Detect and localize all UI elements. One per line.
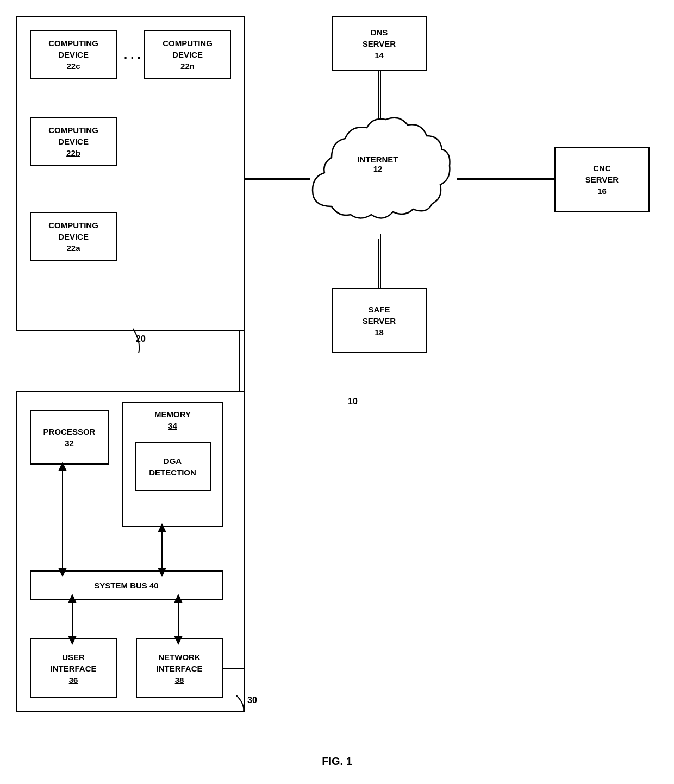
internet-cloud: INTERNET 12 xyxy=(302,109,454,239)
computing-22c-label: COMPUTINGDEVICE xyxy=(48,37,98,60)
computing-device-22c: COMPUTINGDEVICE 22c xyxy=(30,30,117,79)
system-bus-label: SYSTEM BUS 40 xyxy=(94,580,158,591)
internet-ref: 12 xyxy=(373,164,383,173)
system-10-label: 10 xyxy=(348,397,358,406)
computing-device-22b: COMPUTINGDEVICE 22b xyxy=(30,117,117,166)
group-20-label: 20 xyxy=(136,334,146,344)
computing-device-22a: COMPUTINGDEVICE 22a xyxy=(30,212,117,261)
computing-22b-ref: 22b xyxy=(66,147,80,159)
system-bus-box: SYSTEM BUS 40 xyxy=(30,570,223,600)
dns-server-label: DNS SERVER xyxy=(363,27,396,49)
safe-server-box: SAFESERVER 18 xyxy=(332,288,427,353)
safe-server-label: SAFESERVER xyxy=(363,304,396,327)
cloud-svg xyxy=(302,109,454,239)
computing-22b-label: COMPUTINGDEVICE xyxy=(48,124,98,147)
safe-server-ref: 18 xyxy=(375,327,384,338)
processor-ref: 32 xyxy=(65,437,74,449)
user-interface-label: USERINTERFACE xyxy=(50,651,96,674)
memory-label: MEMORY xyxy=(154,409,191,420)
diagram: DNS SERVER 14 CNCSERVER 16 SAFESERVER 18… xyxy=(0,0,674,784)
computing-22n-ref: 22n xyxy=(180,60,195,72)
cnc-server-ref: 16 xyxy=(597,185,607,197)
network-interface-box: NETWORKINTERFACE 38 xyxy=(136,638,223,698)
computing-device-22n: COMPUTINGDEVICE 22n xyxy=(144,30,231,79)
user-interface-ref: 36 xyxy=(69,674,78,686)
cnc-server-box: CNCSERVER 16 xyxy=(554,147,650,212)
memory-ref: 34 xyxy=(168,420,177,431)
user-interface-box: USERINTERFACE 36 xyxy=(30,638,117,698)
computing-22c-ref: 22c xyxy=(66,60,80,72)
group-30-label: 30 xyxy=(247,695,257,705)
memory-box: MEMORY 34 DGADETECTION xyxy=(122,402,223,527)
computing-22a-ref: 22a xyxy=(66,242,80,254)
dga-detection-box: DGADETECTION xyxy=(135,442,211,491)
dns-server-box: DNS SERVER 14 xyxy=(332,16,427,71)
processor-label: PROCESSOR xyxy=(43,426,96,437)
dns-server-ref: 14 xyxy=(375,49,384,61)
computing-22a-label: COMPUTINGDEVICE xyxy=(48,219,98,242)
fig-label: FIG. 1 xyxy=(0,755,674,768)
computing-22n-label: COMPUTINGDEVICE xyxy=(163,37,213,60)
network-interface-label: NETWORKINTERFACE xyxy=(156,651,202,674)
ellipsis: . . . xyxy=(124,48,141,62)
processor-box: PROCESSOR 32 xyxy=(30,410,109,465)
cnc-server-label: CNCSERVER xyxy=(585,162,619,185)
dga-detection-label: DGADETECTION xyxy=(149,455,196,478)
internet-label: INTERNET 12 xyxy=(329,155,427,173)
network-interface-ref: 38 xyxy=(175,674,184,686)
